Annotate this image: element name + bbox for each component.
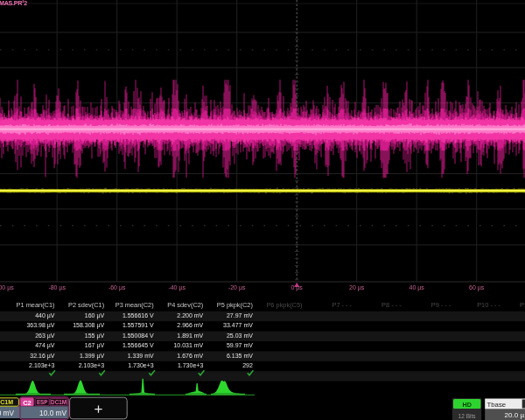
svg-text:-40 µs: -40 µs (168, 284, 186, 291)
svg-text:263 µV: 263 µV (35, 332, 55, 340)
svg-text:160 µV: 160 µV (85, 312, 105, 319)
svg-text:1.556645 V: 1.556645 V (122, 342, 154, 348)
svg-text:-20 µs: -20 µs (228, 284, 246, 291)
svg-text:P7 - - -: P7 - - - (332, 301, 353, 309)
svg-text:292: 292 (242, 362, 253, 368)
svg-text:P8 - - -: P8 - - - (382, 301, 402, 309)
svg-text:2.200 mV: 2.200 mV (177, 312, 203, 318)
svg-text:155 µV: 155 µV (85, 332, 105, 340)
svg-text:10.0 mV: 10.0 mV (39, 409, 66, 417)
svg-text:1.339 mV: 1.339 mV (128, 353, 154, 359)
svg-text:33.477 mV: 33.477 mV (223, 322, 253, 328)
svg-text:25.03 mV: 25.03 mV (227, 332, 253, 339)
svg-text:12 Bits: 12 Bits (458, 413, 477, 419)
svg-text:1.730e+3: 1.730e+3 (128, 362, 153, 368)
svg-text:Tbase: Tbase (487, 401, 507, 409)
svg-text:167 µV: 167 µV (85, 342, 105, 349)
svg-text:363.98 µV: 363.98 µV (26, 322, 54, 329)
svg-text:440 µV: 440 µV (35, 312, 55, 319)
svg-text:P6 pkpk(C5): P6 pkpk(C5) (266, 301, 302, 309)
svg-text:MAS.PR²2: MAS.PR²2 (0, 0, 27, 7)
svg-text:27.97 mV: 27.97 mV (227, 312, 253, 318)
svg-text:P5 pkpk(C2): P5 pkpk(C2) (217, 301, 253, 309)
svg-text:158.308 µV: 158.308 µV (73, 322, 104, 329)
svg-text:P10 - - -: P10 - - - (477, 301, 500, 309)
svg-text:ESP: ESP (37, 399, 48, 405)
svg-text:10.031 mV: 10.031 mV (173, 342, 203, 348)
svg-text:474 µV: 474 µV (35, 342, 55, 349)
svg-text:P2 sdev(C1): P2 sdev(C1) (68, 301, 104, 309)
svg-text:1.557591 V: 1.557591 V (122, 322, 154, 328)
svg-text:HD: HD (463, 401, 472, 409)
svg-text:-80 µs: -80 µs (48, 284, 66, 291)
svg-text:1.676 mV: 1.676 mV (177, 353, 203, 359)
svg-text:P3 mean(C2): P3 mean(C2) (116, 301, 154, 309)
svg-text:-100 µs: -100 µs (0, 284, 14, 291)
svg-text:1.399 µV: 1.399 µV (80, 353, 104, 360)
svg-text:P1: P1 (520, 301, 525, 309)
svg-text:6.135 mV: 6.135 mV (227, 353, 253, 359)
svg-text:-60 µs: -60 µs (108, 284, 126, 291)
svg-text:60 µs: 60 µs (469, 284, 485, 291)
svg-text:1.556616 V: 1.556616 V (122, 312, 154, 318)
svg-text:1.730e+3: 1.730e+3 (178, 362, 203, 368)
svg-text:2.103e+3: 2.103e+3 (79, 362, 104, 368)
svg-text:20.0 µ: 20.0 µ (505, 411, 525, 419)
svg-text:20 µs: 20 µs (349, 284, 365, 291)
svg-text:DC1M: DC1M (0, 399, 13, 405)
svg-text:10.0 mV: 10.0 mV (0, 409, 14, 417)
svg-text:P4 sdev(C2): P4 sdev(C2) (167, 301, 203, 309)
svg-text:59.97 mV: 59.97 mV (227, 342, 253, 348)
svg-text:2.103e+3: 2.103e+3 (29, 362, 54, 368)
svg-text:P1 mean(C1): P1 mean(C1) (17, 301, 55, 309)
svg-text:2.966 mV: 2.966 mV (177, 322, 203, 328)
svg-text:32.16 µV: 32.16 µV (30, 353, 54, 360)
svg-text:P9 - - -: P9 - - - (431, 301, 452, 309)
svg-text:DC1M: DC1M (51, 399, 66, 405)
svg-text:1.891 mV: 1.891 mV (177, 332, 203, 339)
svg-text:40 µs: 40 µs (410, 284, 425, 291)
svg-text:1.550084 V: 1.550084 V (122, 332, 154, 339)
svg-text:0 µs: 0 µs (291, 284, 304, 291)
svg-text:C2: C2 (23, 399, 32, 407)
